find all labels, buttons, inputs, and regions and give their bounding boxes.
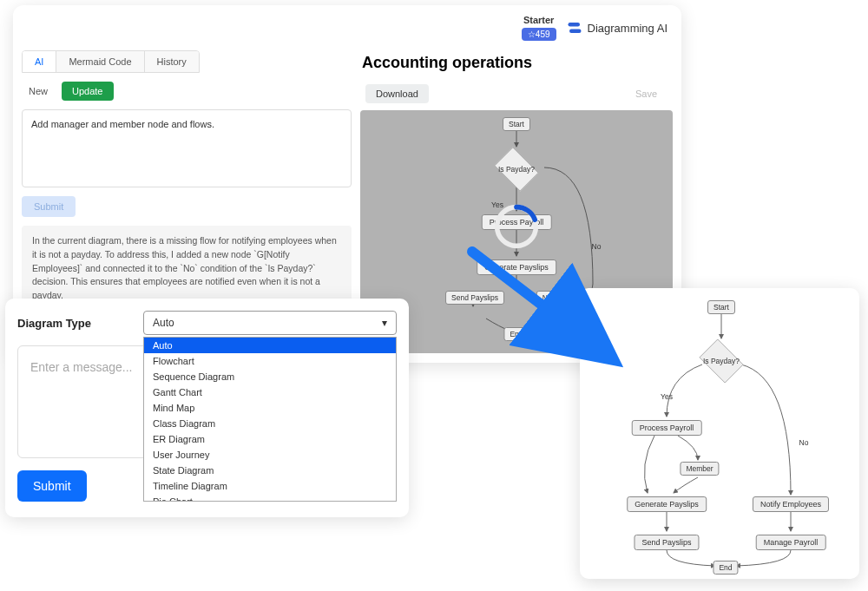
svg-rect-0 <box>568 23 580 27</box>
brand-name: Diagramming AI <box>588 22 667 35</box>
prompt-textarea[interactable]: Add manager and member node and flows. <box>22 109 352 187</box>
edge-no: No <box>592 242 602 251</box>
tab-history[interactable]: History <box>145 51 199 72</box>
result-canvas: Start Is Payday? Yes No Process Payroll … <box>587 295 852 572</box>
diagram-type-select-wrap: Auto ▾ Auto Flowchart Sequence Diagram G… <box>143 311 397 335</box>
diagram-type-card: Diagram Type Auto ▾ Auto Flowchart Seque… <box>5 299 409 517</box>
option-gantt[interactable]: Gantt Chart <box>144 384 396 400</box>
loading-spinner-icon <box>492 202 541 251</box>
diagram-type-label: Diagram Type <box>17 317 91 330</box>
rnode-notify: Notify Employees <box>753 496 829 512</box>
option-auto[interactable]: Auto <box>144 338 396 353</box>
diagram-type-dropdown: Auto Flowchart Sequence Diagram Gantt Ch… <box>143 337 397 502</box>
option-mindmap[interactable]: Mind Map <box>144 400 396 416</box>
rnode-generate: Generate Payslips <box>627 496 707 512</box>
diagram-type-value: Auto <box>153 317 174 329</box>
option-er[interactable]: ER Diagram <box>144 431 396 447</box>
chevron-down-icon: ▾ <box>382 317 387 329</box>
rnode-start: Start <box>707 300 735 314</box>
option-state[interactable]: State Diagram <box>144 463 396 478</box>
diagram-title: Accounting operations <box>360 50 673 81</box>
option-sequence[interactable]: Sequence Diagram <box>144 369 396 384</box>
diagram-type-select[interactable]: Auto ▾ <box>143 311 397 335</box>
mode-new[interactable]: New <box>22 82 55 100</box>
submit-disabled-button[interactable]: Submit <box>22 196 76 217</box>
download-button[interactable]: Download <box>365 84 429 103</box>
topbar: Starter ☆459 Diagramming AI <box>22 14 673 42</box>
node-generate: Generate Payslips <box>477 259 556 275</box>
node-decision: Is Payday? <box>490 143 542 195</box>
node-start: Start <box>503 117 530 131</box>
editor-tabs: AI Mermaid Code History <box>22 50 200 73</box>
tab-mermaid[interactable]: Mermaid Code <box>56 51 144 72</box>
rnode-end: End <box>713 561 738 575</box>
rnode-decision: Is Payday? <box>695 335 747 387</box>
result-diagram-card: Start Is Payday? Yes No Process Payroll … <box>580 288 859 579</box>
save-button[interactable]: Save <box>625 84 667 103</box>
redge-no: No <box>799 438 809 447</box>
rnode-send: Send Payslips <box>634 535 699 550</box>
mode-subtabs: New Update <box>22 82 352 101</box>
rnode-manage: Manage Payroll <box>756 535 826 550</box>
mode-update[interactable]: Update <box>62 82 113 101</box>
brand[interactable]: Diagramming AI <box>567 20 667 36</box>
submit-button[interactable]: Submit <box>17 470 87 502</box>
option-flowchart[interactable]: Flowchart <box>144 353 396 369</box>
svg-rect-1 <box>569 30 582 34</box>
option-class[interactable]: Class Diagram <box>144 416 396 431</box>
node-end: End <box>503 327 529 341</box>
option-journey[interactable]: User Journey <box>144 447 396 463</box>
plan-badge: ☆459 <box>522 28 556 41</box>
option-timeline[interactable]: Timeline Diagram <box>144 478 396 494</box>
plan-label: Starter <box>522 15 556 25</box>
diagram-toolbar: Download Save <box>360 81 673 110</box>
rnode-member: Member <box>680 462 719 476</box>
brand-logo-icon <box>567 20 582 36</box>
option-pie[interactable]: Pie Chart <box>144 494 396 502</box>
node-send: Send Payslips <box>445 291 504 305</box>
redge-yes: Yes <box>661 392 673 401</box>
rnode-process: Process Payroll <box>632 420 702 436</box>
tab-ai[interactable]: AI <box>23 51 56 72</box>
plan-indicator[interactable]: Starter ☆459 <box>522 15 556 41</box>
